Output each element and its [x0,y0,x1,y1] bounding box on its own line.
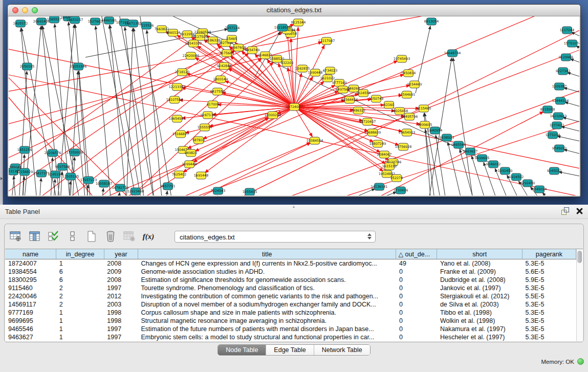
column-visibility-icon[interactable] [28,229,42,244]
table-cell[interactable]: 6 [56,268,104,276]
graph-node[interactable]: 2803144 [213,76,228,83]
graph-node[interactable]: 1209387 [552,83,567,90]
table-cell[interactable]: Hescheler et al. (1997) [437,333,522,341]
graph-node[interactable]: 9115460 [417,105,431,112]
table-cell[interactable]: Embryonic stem cells: a model to study s… [138,333,396,341]
network-window[interactable]: citations_edges.txt 18300295193845547663… [7,4,581,197]
graph-node[interactable]: 1640954 [428,127,442,134]
tab-node-table[interactable]: Node Table [218,345,266,355]
table-cell[interactable]: 6 [56,276,104,284]
graph-node[interactable]: 832203 [281,59,293,67]
table-cell[interactable]: 5.3E-5 [522,309,576,317]
table-cell[interactable]: Yano et al. (2008) [437,259,522,268]
table-cell[interactable]: Nakamura et al. (1997) [437,325,522,333]
graph-node[interactable]: 6734023 [323,67,337,74]
scrollbar-thumb[interactable] [577,251,582,263]
delete-table-icon[interactable] [103,229,118,244]
table-cell[interactable]: 9463627 [5,333,56,341]
graph-node[interactable]: 15166827 [172,130,189,138]
table-cell[interactable]: 1 [56,309,104,317]
table-cell[interactable]: 5.3E-5 [522,300,576,309]
table-cell[interactable]: 1997 [104,284,138,292]
column-header-in_degree[interactable]: in_degree [56,249,104,259]
splitter-grip-icon[interactable]: ▲ [290,205,297,208]
graph-node[interactable]: 8125344 [291,19,306,26]
graph-node[interactable]: 1990448 [308,69,322,76]
table-cell[interactable]: 5.3E-5 [522,325,576,333]
graph-node[interactable]: 9245022 [547,167,561,174]
table-row[interactable]: 1872400712008Changes of HCN gene express… [5,259,576,268]
column-header-short[interactable]: short [437,249,522,259]
table-cell[interactable]: Corpus callosum shape and size in male p… [138,309,396,317]
network-canvas[interactable]: 1830029519384554766382298601248912954222… [9,16,579,195]
graph-node[interactable]: 16543392 [185,40,202,47]
table-cell[interactable]: 5.5E-5 [522,292,576,300]
table-row[interactable]: 977716911998Corpus callosum shape and si… [5,309,576,317]
table-cell[interactable]: 5.6E-5 [522,268,576,276]
table-row[interactable]: 946362711997Embryonic stem cells: a mode… [5,333,576,341]
graph-node[interactable]: 11544691 [399,91,416,98]
graph-node[interactable]: 6466160 [102,17,116,24]
column-header-pagerank[interactable]: pagerank [522,249,576,259]
table-cell[interactable]: Estimation of the future numbers of pati… [138,325,396,333]
table-cell[interactable]: 18724007 [5,259,56,268]
table-cell[interactable]: Tourette syndrome. Phenomenology and cla… [138,284,396,292]
table-vertical-scrollbar[interactable] [576,249,583,341]
graph-node[interactable]: 2405572 [13,20,28,27]
new-table-icon[interactable] [84,229,99,244]
table-cell[interactable]: Dudbridge et al. (2008) [437,276,522,284]
graph-node[interactable]: 9267130 [201,112,215,119]
table-cell[interactable]: 9465546 [5,325,56,333]
graph-node[interactable]: 19654923 [399,129,416,136]
graph-node[interactable]: 1050748 [369,95,383,102]
window-titlebar[interactable]: citations_edges.txt [8,5,580,16]
table-cell[interactable]: 2003 [104,300,138,309]
table-cell[interactable]: 49 [396,259,437,268]
delete-column-icon[interactable] [122,229,137,244]
graph-node[interactable]: 12217987 [318,37,335,45]
table-cell[interactable]: 22420046 [5,292,56,300]
table-row[interactable]: 1938455462009Genome-wide association stu… [5,268,576,276]
table-cell[interactable]: 18300295 [5,276,56,284]
table-cell[interactable]: 1997 [104,333,138,341]
table-cell[interactable]: 2 [56,300,104,309]
graph-node[interactable]: 1092450 [498,167,512,174]
table-cell[interactable]: 5.3E-5 [522,317,576,325]
table-cell[interactable]: 2012 [104,292,138,300]
table-cell[interactable]: 0 [396,268,437,276]
graph-node[interactable]: 7324543 [211,187,225,194]
hidden-panel-strip[interactable] [0,0,3,205]
table-cell[interactable]: Estimation of significance thresholds fo… [138,276,396,284]
close-panel-icon[interactable] [576,208,583,214]
table-cell[interactable]: 2009 [104,268,138,276]
graph-node[interactable]: 9129966 [559,54,573,61]
table-cell[interactable]: 0 [396,276,437,284]
graph-node[interactable]: 1955495 [243,188,257,195]
table-cell[interactable]: 1998 [104,317,138,325]
graph-node[interactable]: 9699695 [475,155,489,162]
column-header-name[interactable]: name [5,249,56,259]
graph-node[interactable]: 16648784 [444,50,461,57]
graph-node[interactable]: 13427371 [33,170,50,177]
graph-node[interactable]: 949822 [185,149,197,157]
graph-node[interactable]: 252274 [390,174,403,182]
table-cell[interactable]: 1 [56,259,104,268]
graph-node[interactable]: 7450834 [401,70,416,77]
table-cell[interactable]: Genome-wide association studies in ADHD. [138,268,396,276]
table-cell[interactable]: 9115460 [5,284,56,292]
table-panel-header[interactable]: ▲ Table Panel [0,205,588,219]
graph-node[interactable]: 22420046 [183,52,200,59]
graph-node[interactable]: 9154469 [407,81,422,88]
table-cell[interactable]: Changes of HCN gene expression and I(f) … [138,259,396,268]
table-cell[interactable]: Stergiakouli et al. (2012) [437,292,522,300]
graph-node[interactable]: 9457791 [161,183,175,190]
table-cell[interactable]: Structural magnetic resonance image aver… [138,317,396,325]
graph-node[interactable]: 2718120 [175,69,189,76]
table-mode-icon[interactable] [9,229,23,244]
graph-node[interactable]: 587833 [192,137,205,144]
table-cell[interactable]: 5.3E-5 [522,259,576,268]
table-cell[interactable]: 19384554 [5,268,56,276]
graph-node[interactable]: 18107554 [166,96,183,103]
column-header-year[interactable]: year [104,249,138,259]
table-cell[interactable]: Tibbo et al. (1998) [437,309,522,317]
